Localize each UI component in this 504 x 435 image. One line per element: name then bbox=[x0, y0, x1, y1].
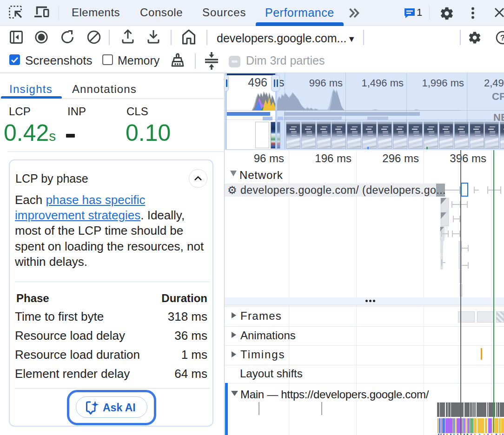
svg-text:?: ? bbox=[500, 33, 504, 42]
